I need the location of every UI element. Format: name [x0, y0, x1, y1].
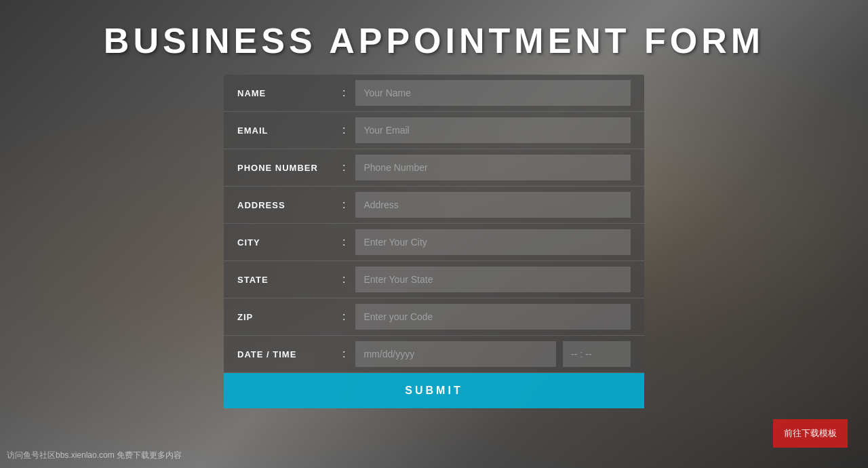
- address-separator: :: [342, 199, 345, 211]
- email-row: EMAIL :: [224, 112, 644, 149]
- city-label: CITY: [237, 237, 342, 248]
- phone-row: PHONE NUMBER :: [224, 149, 644, 187]
- phone-label: PHONE NUMBER: [237, 163, 342, 173]
- zip-row: ZIP :: [224, 298, 644, 336]
- zip-separator: :: [342, 311, 345, 323]
- name-separator: :: [342, 87, 345, 99]
- datetime-inputs: [355, 341, 631, 367]
- phone-input[interactable]: [355, 155, 631, 180]
- phone-separator: :: [342, 161, 345, 174]
- address-label: ADDRESS: [237, 200, 342, 210]
- state-separator: :: [342, 273, 345, 286]
- name-input[interactable]: [355, 80, 631, 106]
- submit-label: SUBMIT: [405, 385, 462, 397]
- state-row: STATE :: [224, 261, 644, 298]
- email-separator: :: [342, 124, 345, 136]
- datetime-row: DATE / TIME :: [224, 336, 644, 373]
- state-input[interactable]: [355, 267, 631, 292]
- datetime-separator: :: [342, 348, 345, 360]
- zip-label: ZIP: [237, 312, 342, 322]
- email-input[interactable]: [355, 117, 631, 143]
- download-template-button[interactable]: 前往下载模板: [773, 419, 848, 448]
- city-separator: :: [342, 236, 345, 248]
- city-row: CITY :: [224, 224, 644, 261]
- watermark-text: 访问鱼号社区bbs.xienlao.com 免费下载更多内容: [7, 450, 182, 461]
- time-input[interactable]: [563, 341, 631, 367]
- page-container: BUSINESS APPOINTMENT FORM NAME : EMAIL :…: [0, 0, 868, 468]
- address-row: ADDRESS :: [224, 187, 644, 224]
- city-input[interactable]: [355, 229, 631, 255]
- submit-row[interactable]: SUBMIT: [224, 373, 644, 408]
- date-input[interactable]: [355, 341, 556, 367]
- zip-input[interactable]: [355, 304, 631, 330]
- address-input[interactable]: [355, 192, 631, 218]
- datetime-label: DATE / TIME: [237, 349, 342, 359]
- appointment-form: NAME : EMAIL : PHONE NUMBER : ADDRESS : …: [224, 75, 644, 408]
- name-label: NAME: [237, 88, 342, 98]
- page-title: BUSINESS APPOINTMENT FORM: [104, 20, 764, 61]
- email-label: EMAIL: [237, 125, 342, 136]
- name-row: NAME :: [224, 75, 644, 112]
- state-label: STATE: [237, 275, 342, 285]
